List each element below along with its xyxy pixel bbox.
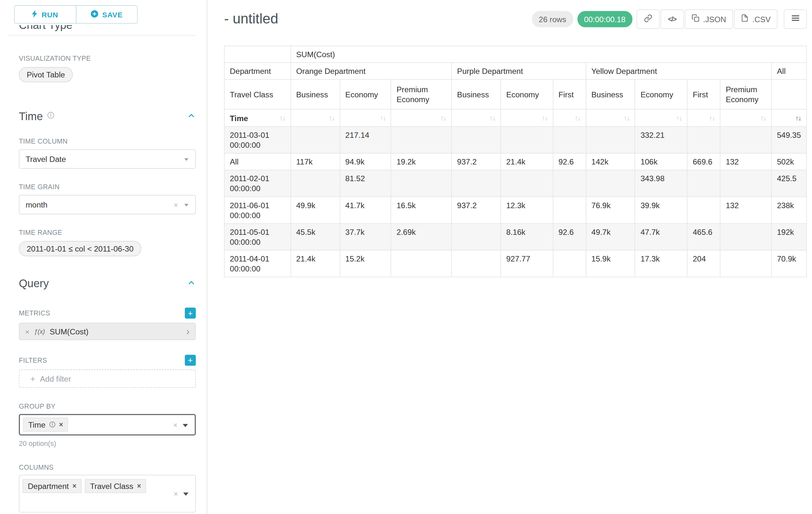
cell-value: 927.77 xyxy=(501,250,553,277)
travel-class-header-cell: Premium Economy xyxy=(391,79,452,109)
clear-icon[interactable]: × xyxy=(174,201,178,209)
add-filter-dropzone[interactable]: + Add filter xyxy=(19,370,196,388)
cell-value xyxy=(720,250,772,277)
function-icon: ƒ(x) xyxy=(34,328,45,335)
visualization-type-label: VISUALIZATION TYPE xyxy=(19,55,196,62)
control-panel: RUN SAVE Chart Type VISUALIZATION TYPE P… xyxy=(0,0,207,514)
visualization-type-pill[interactable]: Pivot Table xyxy=(19,67,73,82)
time-section-header: Time xyxy=(19,110,196,123)
chart-panel: - untitled 26 rows 00:00:00.18 </> xyxy=(207,0,812,514)
sort-icon: ↑↓ xyxy=(542,113,548,123)
cell-value: 19.2k xyxy=(391,153,452,170)
cell-value xyxy=(501,127,553,153)
query-timer-badge: 00:00:00.18 xyxy=(577,10,632,27)
sort-header-cell[interactable]: ↑↓ xyxy=(586,109,635,127)
table-row: 2011-04-01 00:00:0021.4k15.2k927.7715.9k… xyxy=(224,250,807,277)
cell-value xyxy=(720,170,772,197)
sort-header-cell[interactable]: ↑↓ xyxy=(720,109,772,127)
caret-right-icon[interactable]: › xyxy=(186,326,190,336)
filters-header-row: FILTERS + xyxy=(19,355,196,366)
cell-value: 2.69k xyxy=(391,224,452,250)
cell-value: 502k xyxy=(772,153,807,170)
sort-icon: ↑↓ xyxy=(489,113,495,123)
columns-pill-label: Department xyxy=(28,481,69,491)
export-csv-button[interactable]: .CSV xyxy=(734,9,777,29)
sort-header-cell[interactable]: ↑↓ xyxy=(291,109,340,127)
table-row: 2011-05-01 00:00:0045.5k37.7k2.69k8.16k9… xyxy=(224,224,807,250)
table-row: 2011-02-01 00:00:0081.52343.98425.5 xyxy=(224,170,807,197)
cell-value xyxy=(687,170,720,197)
sort-icon: ↑↓ xyxy=(624,113,629,123)
metric-option[interactable]: × ƒ(x) SUM(Cost) › xyxy=(19,323,196,340)
sort-header-cell[interactable]: ↑↓ xyxy=(452,109,501,127)
cell-value xyxy=(452,170,501,197)
columns-pill-label: Travel Class xyxy=(90,481,134,491)
metric-header-row: SUM(Cost) xyxy=(224,46,807,63)
columns-select[interactable]: Department × Travel Class × × xyxy=(19,475,196,512)
columns-pill[interactable]: Department × xyxy=(23,479,82,493)
save-label: SAVE xyxy=(102,10,123,19)
cell-value xyxy=(452,224,501,250)
corner-cell xyxy=(224,46,291,63)
metrics-label: METRICS xyxy=(19,309,50,317)
sort-icon: ↑↓ xyxy=(380,113,385,123)
cell-value: 117k xyxy=(291,153,340,170)
department-header-cell: Orange Department xyxy=(291,63,452,79)
cell-value xyxy=(720,127,772,153)
export-button-cluster: </> .JSON .CSV xyxy=(636,9,777,29)
info-icon xyxy=(49,420,56,430)
cell-value: 49.9k xyxy=(291,197,340,224)
lightning-icon xyxy=(32,10,38,19)
sort-header-cell[interactable]: ↑↓ xyxy=(687,109,720,127)
pivot-table: SUM(Cost) Department Orange Department P… xyxy=(224,46,807,277)
cell-value: 343.98 xyxy=(635,170,688,197)
row-time-label: 2011-06-01 00:00:00 xyxy=(224,197,291,224)
pivot-table-container: SUM(Cost) Department Orange Department P… xyxy=(224,46,807,277)
sort-header-cell[interactable]: ↑↓ xyxy=(340,109,391,127)
cell-value: 17.3k xyxy=(635,250,688,277)
remove-tag-icon[interactable]: × xyxy=(137,481,141,491)
cell-value: 92.6 xyxy=(553,153,586,170)
clear-icon[interactable]: × xyxy=(173,421,177,429)
run-button[interactable]: RUN xyxy=(14,5,76,23)
short-link-button[interactable] xyxy=(636,9,660,29)
export-json-button[interactable]: .JSON xyxy=(685,9,733,29)
save-button[interactable]: SAVE xyxy=(76,5,138,23)
cell-value xyxy=(553,197,586,224)
sort-header-cell[interactable]: ↑↓ xyxy=(635,109,688,127)
sort-icon: ↑↓ xyxy=(575,113,580,123)
collapse-chevron-icon[interactable] xyxy=(187,278,196,289)
cell-value: 238k xyxy=(772,197,807,224)
cell-value: 21.4k xyxy=(501,153,553,170)
sort-icon: ↑↓ xyxy=(760,113,766,123)
travel-class-header-cell xyxy=(772,79,807,109)
clear-icon[interactable]: × xyxy=(174,490,178,497)
time-axis-label: Time xyxy=(230,113,248,123)
sort-icon: ↑↓ xyxy=(709,113,715,123)
add-metric-button[interactable]: + xyxy=(185,308,196,319)
sort-header-cell[interactable]: ↑↓ xyxy=(391,109,452,127)
group-by-select[interactable]: Time × × xyxy=(19,414,196,436)
sort-header-cell[interactable]: ↑↓ xyxy=(553,109,586,127)
columns-pill[interactable]: Travel Class × xyxy=(85,479,146,493)
sort-header-cell[interactable]: ↑↓ xyxy=(501,109,553,127)
time-column-select[interactable]: Travel Date xyxy=(19,150,196,169)
group-by-pill[interactable]: Time × xyxy=(23,417,68,432)
time-range-pill[interactable]: 2011-01-01 ≤ col < 2011-06-30 xyxy=(19,241,142,256)
metric-header-cell: SUM(Cost) xyxy=(291,46,807,63)
remove-tag-icon[interactable]: × xyxy=(72,481,77,491)
collapse-chevron-icon[interactable] xyxy=(187,111,196,122)
remove-tag-icon[interactable]: × xyxy=(59,420,63,430)
time-grain-select[interactable]: month × xyxy=(19,195,196,214)
time-range-label: TIME RANGE xyxy=(19,228,196,236)
more-options-button[interactable] xyxy=(784,9,807,29)
view-query-button[interactable]: </> xyxy=(661,9,684,29)
code-icon: </> xyxy=(668,15,676,23)
add-filter-button[interactable]: + xyxy=(185,355,196,366)
cell-value: 21.4k xyxy=(291,250,340,277)
sort-header-cell[interactable]: Time↑↓ xyxy=(224,109,291,127)
cell-value xyxy=(452,127,501,153)
sort-header-cell[interactable]: ↑↓ xyxy=(772,109,807,127)
remove-metric-icon[interactable]: × xyxy=(25,327,29,336)
cell-value: 45.5k xyxy=(291,224,340,250)
